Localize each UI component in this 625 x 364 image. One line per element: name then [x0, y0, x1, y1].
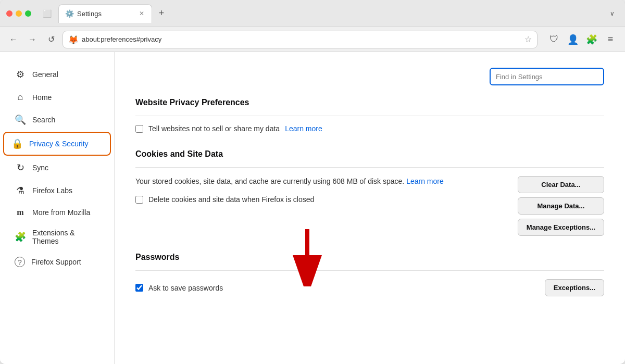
new-tab-button[interactable]: + [154, 6, 169, 21]
main-panel: Website Privacy Preferences Tell website… [115, 52, 625, 364]
search-icon: 🔍 [15, 114, 26, 125]
cookies-info: Your stored cookies, site data, and cach… [135, 176, 507, 204]
mozilla-icon: m [15, 208, 26, 217]
sidebar-label-mozilla: More from Mozilla [32, 208, 90, 217]
cookies-title: Cookies and Site Data [135, 149, 604, 159]
close-window-button[interactable] [6, 10, 12, 17]
profile-button[interactable]: 👤 [565, 31, 581, 48]
manage-data-button[interactable]: Manage Data... [518, 197, 604, 215]
tell-websites-checkbox[interactable] [135, 125, 143, 133]
sidebar-label-labs: Firefox Labs [32, 186, 72, 195]
ask-save-row: Ask to save passwords Exceptions... [135, 279, 604, 296]
delete-cookies-label: Delete cookies and site data when Firefo… [148, 195, 314, 204]
cookies-learn-more[interactable]: Learn more [406, 177, 444, 185]
sidebar-item-firefox-labs[interactable]: ⚗ Firefox Labs [4, 180, 110, 202]
back-button[interactable]: ← [6, 32, 21, 47]
website-privacy-learn-more[interactable]: Learn more [285, 124, 322, 133]
cookies-section: Cookies and Site Data Your stored cookie… [135, 149, 604, 236]
search-container [135, 68, 604, 85]
cookies-description: Your stored cookies, site data, and cach… [135, 176, 507, 187]
ask-save-label: Ask to save passwords [148, 284, 223, 292]
traffic-lights [6, 10, 31, 17]
maximize-window-button[interactable] [25, 10, 31, 17]
cookies-divider [135, 167, 604, 168]
settings-tab[interactable]: ⚙️ Settings ✕ [58, 4, 152, 23]
menu-button[interactable]: ≡ [602, 31, 619, 48]
sidebar-label-privacy: Privacy & Security [29, 140, 89, 148]
close-tab-button[interactable]: ✕ [138, 9, 145, 18]
cookies-buttons: Clear Data... Manage Data... Manage Exce… [518, 176, 604, 236]
toolbar-icons: 🛡 👤 🧩 ≡ [546, 31, 619, 48]
ask-save-checkbox-row: Ask to save passwords [135, 284, 223, 292]
firefox-logo-icon: 🦊 [68, 35, 78, 44]
extensions-icon: 🧩 [15, 231, 26, 243]
section-divider [135, 116, 604, 116]
sidebar: ⚙ General ⌂ Home 🔍 Search 🔒 Privacy & Se… [0, 52, 115, 364]
sidebar-item-extensions[interactable]: 🧩 Extensions & Themes [4, 223, 110, 250]
reload-button[interactable]: ↺ [44, 32, 58, 47]
sidebar-label-home: Home [32, 93, 52, 102]
cookies-content-area: Your stored cookies, site data, and cach… [135, 176, 604, 236]
title-bar: ⬜ ⚙️ Settings ✕ + ∨ [0, 0, 625, 27]
sidebar-toggle-button[interactable]: ⬜ [40, 6, 54, 21]
tell-websites-label: Tell websites not to sell or share my da… [148, 124, 280, 133]
sidebar-item-sync[interactable]: ↻ Sync [4, 157, 110, 179]
tab-bar: ⚙️ Settings ✕ + [58, 4, 602, 23]
sidebar-label-search: Search [32, 116, 55, 124]
minimize-window-button[interactable] [16, 10, 22, 17]
sidebar-label-general: General [32, 70, 58, 79]
sidebar-item-privacy[interactable]: 🔒 Privacy & Security [3, 132, 111, 156]
exceptions-button[interactable]: Exceptions... [545, 279, 604, 296]
sidebar-item-general[interactable]: ⚙ General [4, 64, 110, 85]
sidebar-item-home[interactable]: ⌂ Home [4, 86, 110, 108]
forward-button[interactable]: → [25, 32, 40, 47]
sidebar-label-sync: Sync [32, 164, 48, 172]
passwords-section: Passwords Ask to save passwords Exceptio… [135, 253, 604, 296]
bookmark-star-icon[interactable]: ☆ [524, 34, 532, 44]
browser-frame: ⬜ ⚙️ Settings ✕ + ∨ ← → ↺ 🦊 about:prefer… [0, 0, 625, 364]
gear-icon: ⚙ [15, 69, 26, 80]
lock-icon: 🔒 [11, 138, 23, 149]
website-privacy-title: Website Privacy Preferences [135, 98, 604, 107]
cookies-desc-line1: Your stored cookies, site data, and cach… [135, 177, 331, 185]
extensions-button[interactable]: 🧩 [583, 31, 600, 48]
sidebar-label-extensions: Extensions & Themes [32, 229, 99, 245]
website-privacy-section: Website Privacy Preferences Tell website… [135, 98, 604, 133]
sidebar-item-support[interactable]: ? Firefox Support [4, 252, 110, 272]
tab-dropdown-button[interactable]: ∨ [606, 8, 619, 19]
settings-tab-icon: ⚙️ [65, 9, 74, 18]
find-in-settings-input[interactable] [490, 68, 604, 85]
address-text: about:preferences#privacy [82, 35, 520, 43]
sidebar-label-support: Firefox Support [31, 258, 81, 266]
sidebar-item-search[interactable]: 🔍 Search [4, 109, 110, 131]
delete-cookies-row: Delete cookies and site data when Firefo… [135, 195, 507, 204]
help-icon: ? [15, 257, 25, 267]
shield-button[interactable]: 🛡 [546, 31, 562, 48]
cookies-desc-size: 608 MB of disk space. [332, 177, 406, 185]
settings-tab-title: Settings [77, 10, 135, 18]
address-bar[interactable]: 🦊 about:preferences#privacy ☆ [63, 31, 538, 48]
manage-exceptions-button[interactable]: Manage Exceptions... [518, 219, 604, 236]
clear-data-button[interactable]: Clear Data... [518, 176, 604, 193]
sync-icon: ↻ [15, 162, 26, 173]
labs-icon: ⚗ [15, 185, 26, 196]
ask-save-checkbox[interactable] [135, 284, 143, 292]
tell-websites-row: Tell websites not to sell or share my da… [135, 124, 604, 133]
delete-cookies-checkbox[interactable] [135, 196, 143, 204]
nav-bar: ← → ↺ 🦊 about:preferences#privacy ☆ 🛡 👤 … [0, 27, 625, 52]
sidebar-item-mozilla[interactable]: m More from Mozilla [4, 203, 110, 222]
passwords-divider [135, 270, 604, 271]
home-icon: ⌂ [15, 92, 26, 103]
passwords-title: Passwords [135, 253, 604, 262]
content-area: ⚙ General ⌂ Home 🔍 Search 🔒 Privacy & Se… [0, 52, 625, 364]
